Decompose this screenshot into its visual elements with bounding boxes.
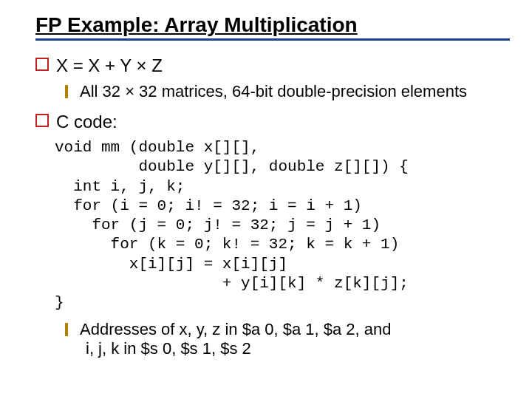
subbullet-matrices: All 32 × 32 matrices, 64-bit double-prec… (65, 82, 510, 101)
addresses-line1: Addresses of x, y, z in $a 0, $a 1, $a 2… (80, 320, 392, 338)
c-code-label: C code: (56, 112, 117, 132)
bar-bullet-icon (65, 85, 68, 98)
bullet-c-code: C code: (35, 112, 510, 132)
square-bullet-icon (35, 114, 49, 127)
matrices-text: All 32 × 32 matrices, 64-bit double-prec… (80, 82, 467, 100)
addresses-line2: i, j, k in $s 0, $s 1, $s 2 (86, 339, 251, 358)
equation-text: X = X + Y × Z (56, 55, 163, 75)
bar-bullet-icon (65, 323, 68, 336)
square-bullet-icon (35, 58, 49, 71)
slide-title: FP Example: Array Multiplication (35, 13, 510, 41)
subbullet-addresses: Addresses of x, y, z in $a 0, $a 1, $a 2… (65, 320, 510, 358)
slide: FP Example: Array Multiplication X = X +… (0, 0, 532, 383)
code-block: void mm (double x[][], double y[][], dou… (55, 138, 510, 313)
bullet-equation: X = X + Y × Z (35, 55, 510, 76)
